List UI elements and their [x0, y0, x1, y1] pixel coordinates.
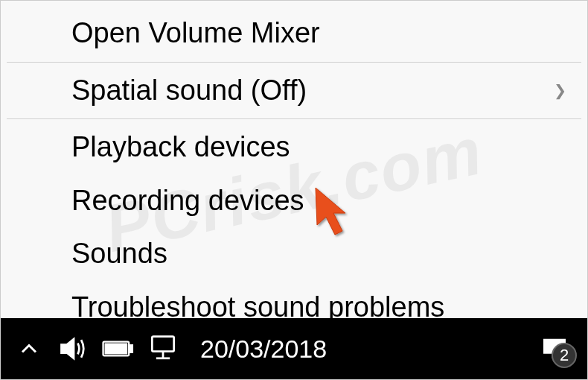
- menu-separator: [7, 62, 581, 63]
- chevron-right-icon: ❯: [554, 77, 566, 104]
- menu-separator: [7, 118, 581, 119]
- action-center-icon[interactable]: 2: [537, 331, 572, 367]
- notification-badge: 2: [552, 343, 577, 368]
- menu-item-label: Playback devices: [71, 130, 290, 165]
- menu-item-label: Sounds: [71, 236, 167, 272]
- taskbar-right: 2: [537, 331, 580, 367]
- network-icon[interactable]: [142, 328, 184, 370]
- svg-rect-3: [152, 337, 173, 352]
- menu-item-open-volume-mixer[interactable]: Open Volume Mixer: [1, 7, 587, 60]
- menu-item-playback-devices[interactable]: Playback devices: [1, 121, 587, 174]
- windows-taskbar: 20/03/2018 2: [1, 318, 587, 379]
- menu-item-label: Spatial sound (Off): [71, 73, 307, 109]
- menu-item-recording-devices[interactable]: Recording devices: [1, 174, 587, 228]
- tray-overflow-icon[interactable]: [8, 328, 50, 370]
- menu-item-spatial-sound[interactable]: Spatial sound (Off) ❯: [1, 64, 587, 118]
- battery-icon[interactable]: [98, 328, 139, 370]
- sound-context-menu: Open Volume Mixer Spatial sound (Off) ❯ …: [1, 1, 587, 340]
- svg-rect-1: [129, 345, 132, 352]
- system-tray: [8, 328, 184, 370]
- volume-icon[interactable]: [53, 328, 95, 370]
- taskbar-date[interactable]: 20/03/2018: [200, 335, 327, 364]
- menu-item-label: Recording devices: [71, 183, 304, 219]
- menu-item-sounds[interactable]: Sounds: [1, 227, 587, 281]
- svg-rect-2: [106, 344, 127, 354]
- menu-item-label: Open Volume Mixer: [71, 16, 320, 51]
